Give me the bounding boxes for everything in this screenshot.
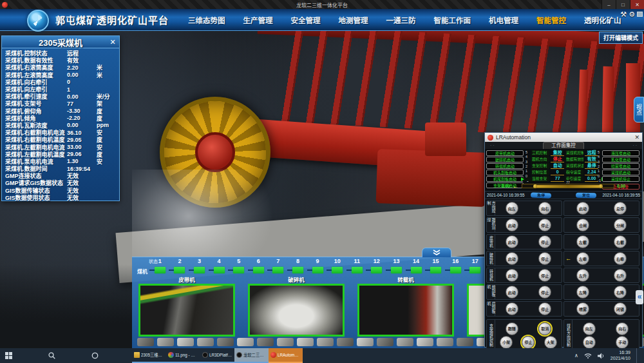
film-thumb[interactable]	[137, 338, 154, 346]
group-start-button[interactable]: 液压泵启动	[602, 150, 639, 156]
support-status-cell[interactable]: 13	[386, 258, 406, 273]
round-control-button[interactable]: 停止	[538, 269, 551, 282]
round-control-button[interactable]: 右降	[614, 286, 627, 299]
search-button[interactable]	[43, 348, 61, 363]
camera-feed-image[interactable]	[357, 284, 454, 337]
support-status-cell[interactable]: 12	[367, 258, 387, 273]
round-control-button[interactable]: 停止	[538, 219, 551, 231]
film-thumb[interactable]	[377, 338, 393, 346]
panel-close-icon[interactable]: ✕	[108, 37, 117, 46]
support-status-cell[interactable]: 2	[170, 258, 190, 273]
taskbar-clock[interactable]: 16:39 2021/4/10	[611, 350, 630, 361]
support-status-cell[interactable]: 1	[150, 258, 170, 273]
camera-feed-image[interactable]	[138, 284, 235, 337]
film-thumb[interactable]	[277, 338, 294, 346]
group-start-button[interactable]: 乳化泵启动	[602, 157, 639, 162]
group-start-button[interactable]: 机头刮板启动	[486, 170, 524, 175]
film-thumb[interactable]	[257, 338, 274, 346]
round-control-button[interactable]: 启动	[506, 286, 518, 299]
close-button[interactable]: ✕	[630, 0, 644, 9]
round-control-button[interactable]: 启动	[506, 252, 518, 265]
film-thumb[interactable]	[437, 338, 453, 346]
round-control-button[interactable]: 右升	[614, 269, 627, 282]
round-control-button[interactable]: 停止	[538, 286, 551, 299]
round-control-button[interactable]: 大架	[544, 336, 557, 349]
round-control-button[interactable]: 启动	[506, 269, 518, 282]
taskbar-task[interactable]: 2305三维截图	[132, 348, 166, 363]
support-status-cell[interactable]: 9	[308, 258, 328, 273]
estop-button[interactable]: 急停	[531, 192, 551, 198]
panel-collapse-chevron[interactable]: «	[636, 290, 643, 304]
round-control-button[interactable]: 向左	[583, 322, 596, 335]
start-button[interactable]	[0, 348, 17, 363]
round-control-button[interactable]: 右牵	[614, 252, 627, 265]
slider-track[interactable]: 77	[522, 184, 615, 188]
group-start-button[interactable]: 喷雾泵启动	[602, 163, 639, 169]
film-thumb[interactable]	[197, 338, 214, 346]
support-status-cell[interactable]: 16	[446, 258, 466, 273]
group-start-button[interactable]: 采煤机停止	[602, 176, 639, 182]
cortana-button[interactable]	[86, 348, 104, 363]
film-thumb[interactable]	[177, 338, 194, 346]
group-start-button[interactable]: 转载机启动	[486, 163, 524, 169]
restore-window-icon[interactable]	[637, 12, 643, 17]
camera-thumbnail[interactable]: 皮带机	[138, 275, 235, 337]
camera-thumbnail[interactable]: 破碎机	[248, 275, 345, 337]
tools-icon[interactable]: ⚒	[620, 10, 627, 18]
camera-feed-image[interactable]	[248, 284, 345, 337]
round-control-button[interactable]: 跟随	[506, 322, 518, 335]
round-control-button[interactable]: 小架	[500, 336, 513, 349]
minimize-button[interactable]: –	[601, 0, 616, 9]
round-control-button[interactable]: 左牵	[576, 252, 589, 265]
group-start-button[interactable]: 机尾刮板启动	[486, 176, 524, 182]
support-status-cell[interactable]: 10	[327, 258, 347, 273]
film-thumb[interactable]	[157, 338, 174, 346]
nav-item[interactable]: 智能管控	[527, 15, 575, 25]
volume-icon[interactable]	[598, 353, 605, 359]
lr-close-icon[interactable]: ✕	[634, 134, 639, 141]
strip-collapse-tab[interactable]	[422, 248, 451, 257]
support-status-cell[interactable]: 7	[269, 258, 289, 273]
round-control-button[interactable]: 停止	[538, 252, 551, 265]
show-desktop-button[interactable]	[636, 348, 639, 363]
support-status-cell[interactable]: 5	[229, 258, 249, 273]
film-thumb[interactable]	[217, 338, 234, 346]
support-status-cell[interactable]: 4	[209, 258, 229, 273]
open-edit-mode-button[interactable]: 打开编辑模式	[599, 32, 643, 44]
maximize-button[interactable]: □	[616, 0, 630, 9]
round-control-button[interactable]: 左降	[576, 286, 589, 299]
round-control-button[interactable]: 左截	[576, 235, 589, 248]
taskbar-task[interactable]: 龙软二三维一体化...	[234, 348, 269, 363]
support-status-cell[interactable]: 6	[249, 258, 269, 273]
taskbar-task[interactable]: LR3DPlatform - U...	[200, 348, 234, 363]
round-control-button[interactable]: 左升	[576, 269, 589, 282]
support-status-cell[interactable]: 17	[466, 258, 486, 273]
support-status-cell[interactable]: 8	[288, 258, 308, 273]
nav-item[interactable]: 智能工作面	[425, 15, 480, 25]
film-thumb[interactable]	[297, 338, 314, 346]
tray-chevron-up-icon[interactable]: ∧	[574, 353, 578, 358]
round-control-button[interactable]: 向右	[538, 202, 551, 215]
film-thumb[interactable]	[457, 338, 473, 346]
group-start-button[interactable]: 破碎机启动	[486, 157, 524, 162]
round-control-button[interactable]: 闭锁	[614, 302, 627, 315]
nav-item[interactable]: 生产管理	[234, 15, 282, 25]
nav-item[interactable]: 安全管理	[282, 15, 330, 25]
round-control-button[interactable]: 向右	[616, 322, 629, 335]
group-start-button[interactable]: 采煤机启动	[602, 170, 639, 175]
round-control-button[interactable]: 总停	[614, 202, 627, 215]
film-thumb[interactable]	[337, 338, 354, 346]
network-icon[interactable]	[584, 353, 592, 358]
film-thumb[interactable]	[237, 338, 254, 346]
round-control-button[interactable]: 分闸	[614, 219, 627, 231]
round-control-button[interactable]: 取消	[538, 322, 551, 335]
round-control-button[interactable]: 右截	[614, 235, 627, 248]
round-control-button[interactable]: 启动	[506, 219, 518, 231]
film-thumb[interactable]	[417, 338, 433, 346]
nav-item[interactable]: 机电管理	[480, 15, 527, 25]
nav-item[interactable]: 三维态势图	[179, 15, 234, 25]
support-status-cell[interactable]: 11	[347, 258, 367, 273]
film-thumb[interactable]	[317, 338, 334, 346]
round-control-button[interactable]: 停止	[538, 235, 551, 248]
round-control-button[interactable]: 启动	[576, 202, 589, 215]
